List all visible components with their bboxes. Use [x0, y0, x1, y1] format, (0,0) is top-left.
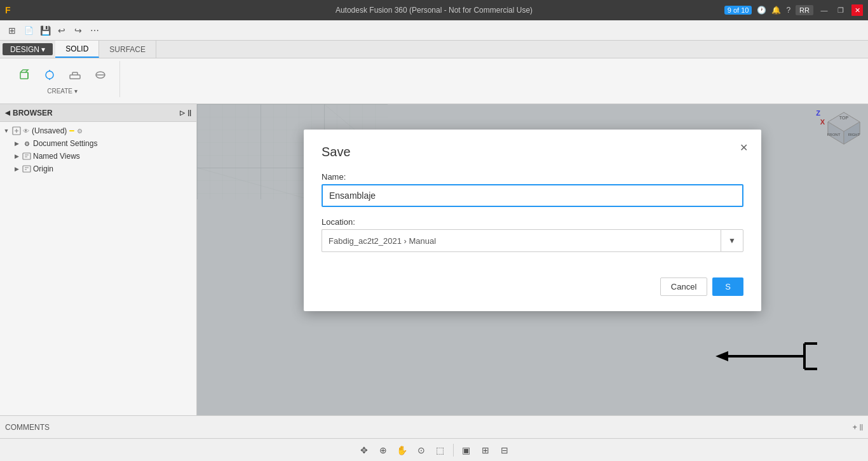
clock-icon: 🕐: [757, 6, 766, 15]
title-bar: F Autodesk Fusion 360 (Personal - Not fo…: [0, 0, 868, 20]
tree-settings-root[interactable]: ⚙: [77, 128, 83, 135]
sidebar-content: ▼ 👁 (Unsaved) ⚙ ▶ ⚙ Document Settings: [0, 122, 196, 415]
title-bar-center: Autodesk Fusion 360 (Personal - Not for …: [336, 6, 532, 15]
tree-visibility-root[interactable]: 👁: [23, 128, 31, 135]
name-input[interactable]: [322, 184, 743, 207]
name-form-group: Name:: [322, 172, 743, 207]
grid-icon[interactable]: ⊞: [5, 23, 19, 37]
cancel-button[interactable]: Cancel: [660, 277, 707, 296]
undo-icon[interactable]: ↩: [55, 23, 69, 37]
sidebar-title: BROWSER: [13, 109, 53, 117]
svg-rect-7: [23, 153, 31, 159]
comments-label: COMMENTS: [5, 423, 50, 432]
tree-icon-named-views: [22, 151, 32, 161]
minimize-button[interactable]: —: [818, 4, 830, 16]
sidebar-header: ◀ BROWSER ▷ ||: [0, 104, 196, 122]
zoom-box-icon[interactable]: ⬚: [433, 443, 448, 458]
unsaved-badge: [69, 130, 74, 131]
add-comment-icon[interactable]: +: [853, 423, 857, 432]
close-button[interactable]: ✕: [851, 4, 863, 16]
redo-icon[interactable]: ↪: [71, 23, 85, 37]
location-dropdown-button[interactable]: ▼: [721, 229, 743, 252]
tab-solid[interactable]: SOLID: [55, 41, 99, 58]
ribbon-tab-row: DESIGN ▾ SOLID SURFACE: [0, 41, 868, 58]
dialog-title: Save: [322, 145, 743, 159]
name-label: Name:: [322, 172, 743, 182]
dialog-footer: Cancel S: [322, 267, 743, 296]
badge-count: 9 of 10: [724, 6, 752, 15]
svg-rect-4: [70, 75, 80, 79]
svg-point-1: [46, 71, 53, 79]
tree-icon-doc-settings: ⚙: [22, 138, 32, 149]
create-shape-button[interactable]: [38, 63, 61, 86]
dialog-close-button[interactable]: ✕: [736, 140, 751, 155]
sidebar-collapse-icon[interactable]: ◀: [5, 109, 10, 116]
location-row: ▼: [322, 229, 743, 252]
app-icon: F: [5, 5, 11, 15]
ribbon-content: CREATE ▾: [0, 58, 868, 100]
location-label: Location:: [322, 217, 743, 227]
tree-item-named-views[interactable]: ▶ Named Views: [0, 150, 196, 163]
hand-icon[interactable]: ✋: [395, 443, 410, 458]
ribbon-group-icons: [13, 63, 112, 86]
tree-arrow-origin: ▶: [13, 165, 20, 173]
tree-label-named-views: Named Views: [33, 152, 80, 161]
tree-label-origin: Origin: [33, 164, 53, 173]
sidebar: ◀ BROWSER ▷ || ▼ 👁 (Unsaved): [0, 104, 197, 415]
tree-icon-origin: [22, 164, 32, 174]
ribbon-group-create: CREATE ▾: [5, 61, 120, 97]
create-revolve-button[interactable]: [89, 63, 112, 86]
title-bar-right: 9 of 10 🕐 🔔 ? RR — ❐ ✕: [724, 4, 863, 16]
dialog-overlay: Save ✕ Name: Location: ▼ Can: [197, 104, 868, 415]
app-title: Autodesk Fusion 360 (Personal - Not for …: [336, 6, 532, 15]
tree-item-origin[interactable]: ▶ Origin: [0, 163, 196, 175]
bell-icon: 🔔: [771, 6, 781, 15]
viewport: TOP FRONT RIGHT Z X Save ✕ Name: Locatio: [197, 104, 868, 415]
ribbon: DESIGN ▾ SOLID SURFACE: [0, 41, 868, 104]
design-label: DESIGN ▾: [10, 45, 45, 54]
display-settings-icon[interactable]: ▣: [459, 443, 474, 458]
help-icon: ?: [786, 6, 790, 15]
tab-solid-label: SOLID: [65, 44, 88, 53]
title-bar-left: F: [5, 5, 11, 15]
toolbar: ⊞ 📄 💾 ↩ ↪ ⋯: [0, 20, 868, 41]
tree-arrow-doc: ▶: [13, 140, 20, 147]
create-extrude-button[interactable]: [64, 63, 86, 86]
tree-arrow-root: ▼: [3, 127, 10, 135]
create-box-button[interactable]: [13, 63, 36, 86]
user-avatar: RR: [796, 5, 813, 15]
create-group-label: CREATE ▾: [47, 88, 78, 95]
tree-icon-root: [11, 126, 22, 136]
divider-1: [453, 444, 454, 457]
viewport-settings-icon[interactable]: ⊟: [497, 443, 512, 458]
svg-rect-8: [23, 166, 31, 172]
chevron-down-icon: ▼: [728, 236, 736, 245]
svg-rect-0: [20, 72, 28, 79]
location-input[interactable]: [322, 229, 721, 252]
comments-bar: COMMENTS + ||: [0, 415, 868, 438]
new-file-icon[interactable]: 📄: [22, 23, 36, 37]
zoom-fit-icon[interactable]: ⊙: [414, 443, 429, 458]
move-tool-icon[interactable]: ✥: [356, 443, 372, 458]
tab-surface[interactable]: SURFACE: [99, 41, 156, 58]
comments-collapse-icon[interactable]: ||: [860, 424, 863, 431]
tab-surface-label: SURFACE: [109, 45, 146, 54]
bottom-toolbar-center: ✥ ⊕ ✋ ⊙ ⬚ ▣ ⊞ ⊟: [356, 443, 512, 458]
more-icon[interactable]: ⋯: [88, 23, 102, 37]
tree-label-doc-settings: Document Settings: [33, 139, 97, 148]
camera-icon[interactable]: ⊕: [376, 443, 391, 458]
maximize-button[interactable]: ❐: [835, 4, 846, 16]
save-button[interactable]: S: [712, 277, 743, 296]
location-form-group: Location: ▼: [322, 217, 743, 252]
design-button[interactable]: DESIGN ▾: [3, 43, 53, 55]
save-icon[interactable]: 💾: [38, 23, 52, 37]
sidebar-expand-icon[interactable]: ▷: [180, 109, 185, 116]
tree-label-root: (Unsaved): [32, 126, 67, 135]
grid-settings-icon[interactable]: ⊞: [478, 443, 493, 458]
tree-item-root[interactable]: ▼ 👁 (Unsaved) ⚙: [0, 124, 196, 137]
save-dialog: Save ✕ Name: Location: ▼ Can: [304, 130, 761, 311]
sidebar-pin-icon[interactable]: ||: [187, 109, 191, 116]
tree-arrow-named-views: ▶: [13, 152, 20, 160]
tree-item-doc-settings[interactable]: ▶ ⚙ Document Settings: [0, 137, 196, 150]
bottom-toolbar: ✥ ⊕ ✋ ⊙ ⬚ ▣ ⊞ ⊟: [0, 438, 868, 461]
